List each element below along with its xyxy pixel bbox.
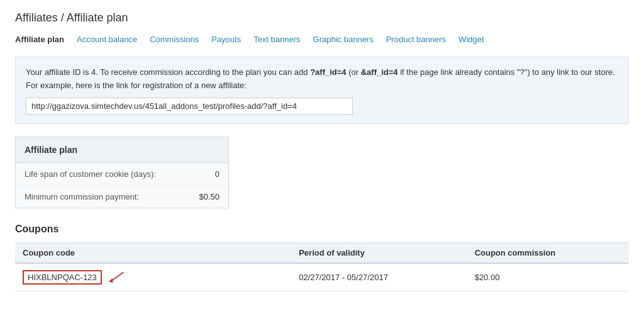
cookie-value: 0 (215, 169, 219, 179)
page-title: Affiliates / Affiliate plan (15, 11, 629, 25)
coupon-code-value[interactable]: HIXBLNPQAC-123 (23, 270, 102, 285)
th-period: Period of validity (291, 242, 467, 263)
tab-widget[interactable]: Widget (452, 32, 490, 47)
affiliate-plan-card-title: Affiliate plan (16, 137, 228, 163)
card-row-cookie: Life span of customer cookie (days): 0 (16, 163, 228, 186)
tab-product-banners[interactable]: Product banners (380, 32, 452, 47)
coupons-section: Coupons Coupon code Period of validity C… (15, 223, 629, 291)
tab-account-balance[interactable]: Account balance (70, 32, 143, 47)
nav-tabs: Affiliate plan Account balance Commissio… (15, 32, 629, 47)
info-text: Your affiliate ID is 4. To receive commi… (26, 66, 618, 93)
affiliate-plan-card: Affiliate plan Life span of customer coo… (15, 137, 229, 208)
min-commission-value: $0.50 (199, 192, 219, 201)
card-row-min-commission: Minimum commission payment: $0.50 (16, 186, 228, 208)
tab-payouts[interactable]: Payouts (205, 32, 247, 47)
tab-text-banners[interactable]: Text banners (247, 32, 306, 47)
tab-commissions[interactable]: Commissions (143, 32, 205, 47)
table-row: HIXBLNPQAC-123 02/27/2017 - 05/27/2017 $… (15, 263, 629, 291)
arrow-icon (107, 270, 125, 284)
affiliate-info-box: Your affiliate ID is 4. To receive commi… (15, 57, 629, 124)
min-commission-label: Minimum commission payment: (25, 192, 139, 201)
coupons-title: Coupons (15, 223, 629, 235)
th-commission: Coupon commission (467, 242, 629, 263)
tab-affiliate-plan[interactable]: Affiliate plan (15, 32, 70, 47)
td-commission: $20.00 (467, 263, 629, 291)
coupons-table: Coupon code Period of validity Coupon co… (15, 242, 629, 291)
affiliate-link-input[interactable] (26, 98, 353, 115)
cookie-label: Life span of customer cookie (days): (25, 169, 156, 179)
svg-line-0 (111, 272, 124, 281)
table-header-row: Coupon code Period of validity Coupon co… (15, 242, 629, 263)
td-period: 02/27/2017 - 05/27/2017 (291, 263, 467, 291)
svg-marker-1 (109, 278, 113, 283)
th-coupon-code: Coupon code (15, 242, 291, 263)
td-coupon-code: HIXBLNPQAC-123 (15, 263, 291, 291)
tab-graphic-banners[interactable]: Graphic banners (307, 32, 380, 47)
